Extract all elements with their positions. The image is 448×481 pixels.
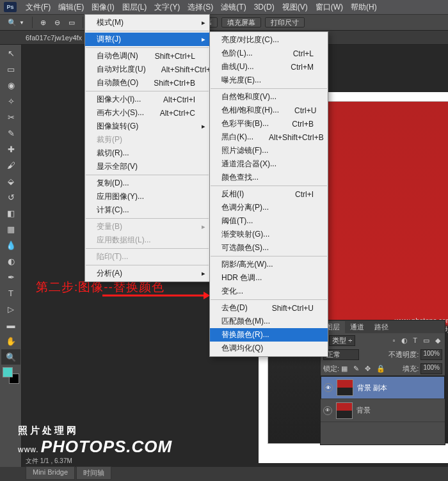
marquee-tool-icon[interactable]: ▭ <box>1 61 20 77</box>
eraser-tool-icon[interactable]: ◧ <box>1 205 20 221</box>
menu-item[interactable]: 裁切(R)... <box>85 146 209 160</box>
menu-item[interactable]: 颜色查找... <box>210 171 328 184</box>
tab-timeline[interactable]: 时间轴 <box>76 466 111 480</box>
blend-mode-select[interactable]: 正常 <box>323 349 359 360</box>
menu-item[interactable]: 自动颜色(O)Shift+Ctrl+B <box>85 76 209 90</box>
zoom-out-icon[interactable]: ⊖ <box>52 17 63 28</box>
menu-item[interactable]: 渐变映射(G)... <box>210 228 328 241</box>
tab-channels[interactable]: 通道 <box>345 321 369 333</box>
menu-item[interactable]: 显示全部(V) <box>85 160 209 173</box>
dropdown-icon[interactable]: ▼ <box>19 20 24 26</box>
menu-item[interactable]: 应用图像(Y)... <box>85 190 209 203</box>
menu-item[interactable]: 替换颜色(R)... <box>210 328 328 342</box>
gradient-tool-icon[interactable]: ▦ <box>1 221 20 237</box>
menu-item[interactable]: 自动对比度(U)Alt+Shift+Ctrl+L <box>85 63 209 76</box>
menu-item[interactable]: 亮度/对比度(C)... <box>210 33 328 47</box>
menu-图层(L)[interactable]: 图层(L) <box>118 3 151 12</box>
document-tab[interactable]: 6fa017c7jw1ey4fx <box>26 34 82 42</box>
zoom-in-icon[interactable]: ⊕ <box>38 17 49 28</box>
menu-item: 裁剪(P) <box>85 133 209 146</box>
layer-thumb <box>336 402 353 419</box>
menu-item: 变量(B) <box>85 220 209 233</box>
brush-tool-icon[interactable]: 🖌 <box>1 157 20 173</box>
layer-row[interactable]: 👁背景 <box>321 399 445 422</box>
opacity-input[interactable]: 100% <box>420 349 442 360</box>
pen-tool-icon[interactable]: ✒ <box>1 269 20 285</box>
menu-item[interactable]: 色调分离(P)... <box>210 201 328 214</box>
stamp-tool-icon[interactable]: ⬙ <box>1 173 20 189</box>
filter-kind-select[interactable]: 类型 ÷ <box>329 335 355 346</box>
menu-item[interactable]: 计算(C)... <box>85 203 209 217</box>
menu-图像(I)[interactable]: 图像(I) <box>88 3 118 12</box>
menu-滤镜(T)[interactable]: 滤镜(T) <box>217 3 250 12</box>
zoom-tool-icon[interactable]: 🔍 <box>1 349 20 365</box>
layer-name: 背景 副本 <box>357 383 387 393</box>
menu-item[interactable]: 匹配颜色(M)... <box>210 315 328 328</box>
menu-帮助(H)[interactable]: 帮助(H) <box>347 3 381 12</box>
menu-item[interactable]: 可选颜色(S)... <box>210 241 328 255</box>
menu-视图(V)[interactable]: 视图(V) <box>278 3 312 12</box>
fill-input[interactable]: 100% <box>420 363 442 374</box>
move-tool-icon[interactable]: ↖ <box>1 45 20 61</box>
filter-icons[interactable]: ▫ ◐ T ▭ ◆ <box>393 336 442 345</box>
shape-tool-icon[interactable]: ▬ <box>1 317 20 333</box>
menu-3D(D)[interactable]: 3D(D) <box>250 3 278 12</box>
menu-窗口(W)[interactable]: 窗口(W) <box>312 3 347 12</box>
menu-选择(S)[interactable]: 选择(S) <box>184 3 217 12</box>
hand-tool-icon[interactable]: ✋ <box>1 333 20 349</box>
option-button[interactable]: 打印尺寸 <box>265 17 305 28</box>
image-menu: 模式(M)调整(J)自动色调(N)Shift+Ctrl+L自动对比度(U)Alt… <box>84 14 210 282</box>
lock-icons[interactable]: ▦ ✎ ✥ 🔒 <box>341 365 387 373</box>
history-brush-tool-icon[interactable]: ↺ <box>1 189 20 205</box>
menu-item[interactable]: 模式(M) <box>85 16 209 29</box>
layer-name: 背景 <box>356 406 371 415</box>
tab-paths[interactable]: 路径 <box>369 321 394 333</box>
menu-item[interactable]: 反相(I)Ctrl+I <box>210 187 328 201</box>
menu-item[interactable]: 照片滤镜(F)... <box>210 144 328 157</box>
menu-item[interactable]: 自然饱和度(V)... <box>210 90 328 104</box>
visibility-icon[interactable]: 👁 <box>324 383 333 392</box>
menu-item[interactable]: 阴影/高光(W)... <box>210 258 328 271</box>
menu-文件(F)[interactable]: 文件(F) <box>22 3 54 12</box>
menu-item[interactable]: 色调均化(Q) <box>210 342 328 355</box>
menu-item[interactable]: 阈值(T)... <box>210 214 328 228</box>
lasso-tool-icon[interactable]: ◉ <box>1 77 20 93</box>
menu-item[interactable]: 去色(D)Shift+Ctrl+U <box>210 301 328 315</box>
menu-item[interactable]: 复制(D)... <box>85 177 209 190</box>
blur-tool-icon[interactable]: 💧 <box>1 237 20 253</box>
path-tool-icon[interactable]: ▷ <box>1 301 20 317</box>
dodge-tool-icon[interactable]: ◐ <box>1 253 20 269</box>
menu-item[interactable]: 画布大小(S)...Alt+Ctrl+C <box>85 106 209 120</box>
menu-item[interactable]: 通道混合器(X)... <box>210 157 328 171</box>
menu-item: 陷印(T)... <box>85 250 209 264</box>
status-text: 文件 1/1 , 6.37M <box>26 457 72 466</box>
menu-item[interactable]: 图像大小(I)...Alt+Ctrl+I <box>85 93 209 106</box>
menu-item[interactable]: 自动色调(N)Shift+Ctrl+L <box>85 49 209 63</box>
type-tool-icon[interactable]: T <box>1 285 20 301</box>
menu-item[interactable]: 曝光度(E)... <box>210 74 328 87</box>
menu-item[interactable]: 调整(J) <box>85 33 209 46</box>
option-button[interactable]: 填充屏幕 <box>221 17 261 28</box>
menu-item[interactable]: 变化... <box>210 285 328 298</box>
menu-item[interactable]: 图像旋转(G) <box>85 120 209 133</box>
menu-item[interactable]: HDR 色调... <box>210 271 328 285</box>
visibility-icon[interactable]: 👁 <box>323 406 332 415</box>
menu-item[interactable]: 色彩平衡(B)...Ctrl+B <box>210 117 328 130</box>
menu-item: 应用数据组(L)... <box>85 233 209 247</box>
menu-编辑(E)[interactable]: 编辑(E) <box>54 3 88 12</box>
menu-item[interactable]: 黑白(K)...Alt+Shift+Ctrl+B <box>210 130 328 144</box>
menu-文字(Y)[interactable]: 文字(Y) <box>150 3 184 12</box>
wand-tool-icon[interactable]: ✧ <box>1 93 20 109</box>
tab-mini-bridge[interactable]: Mini Bridge <box>26 466 75 480</box>
eyedropper-tool-icon[interactable]: ✎ <box>1 125 20 141</box>
menu-item[interactable]: 分析(A) <box>85 267 209 280</box>
menu-item[interactable]: 色相/饱和度(H)...Ctrl+U <box>210 104 328 117</box>
layer-row[interactable]: 👁背景 副本 <box>321 376 445 399</box>
menu-item[interactable]: 色阶(L)...Ctrl+L <box>210 47 328 60</box>
color-swatch[interactable] <box>3 367 19 384</box>
crop-tool-icon[interactable]: ✂ <box>1 109 20 125</box>
site-watermark: 照片处理网 www.PHOTOPS.COM <box>18 425 172 457</box>
window-icon[interactable]: ▭ <box>67 17 77 28</box>
menu-item[interactable]: 曲线(U)...Ctrl+M <box>210 60 328 74</box>
heal-tool-icon[interactable]: ✚ <box>1 141 20 157</box>
